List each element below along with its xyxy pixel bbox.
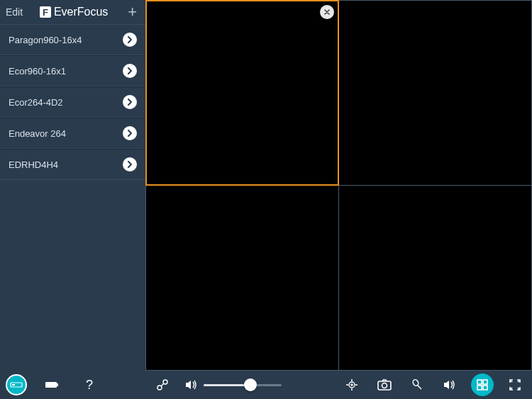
help-button[interactable]: ? — [78, 373, 101, 396]
battery-icon[interactable] — [41, 373, 64, 396]
volume-icon[interactable] — [184, 373, 199, 396]
svg-rect-22 — [483, 386, 487, 390]
svg-point-16 — [382, 383, 387, 388]
svg-rect-21 — [477, 386, 482, 390]
audio-output-icon[interactable] — [438, 373, 461, 396]
video-grid — [145, 0, 532, 371]
device-item-edrhd4h4[interactable]: EDRHD4H4 — [0, 149, 145, 180]
video-panel-4[interactable] — [339, 186, 531, 370]
chevron-right-icon[interactable] — [123, 33, 137, 47]
svg-line-7 — [161, 383, 164, 386]
brand-title: F EverFocus — [28, 6, 119, 18]
ptz-connect-icon[interactable] — [151, 373, 174, 396]
video-panel-2[interactable] — [339, 1, 531, 185]
fullscreen-icon[interactable] — [504, 373, 526, 396]
svg-rect-19 — [477, 380, 482, 384]
svg-rect-1 — [12, 384, 15, 386]
svg-rect-2 — [45, 382, 57, 388]
grid-layout-button[interactable] — [471, 373, 494, 396]
toolbar-right-group — [145, 371, 532, 399]
device-list: Paragon960-16x4 Ecor960-16x1 Ecor264-4D2… — [0, 24, 145, 180]
device-item-paragon960[interactable]: Paragon960-16x4 — [0, 24, 145, 55]
device-label: Ecor264-4D2 — [9, 97, 63, 108]
volume-slider[interactable] — [204, 384, 282, 386]
brand-name-label: EverFocus — [54, 6, 108, 18]
device-mode-button[interactable] — [6, 374, 27, 395]
device-sidebar: Edit F EverFocus + Paragon960-16x4 Ecor9… — [0, 0, 145, 371]
sidebar-header: Edit F EverFocus + — [0, 0, 145, 24]
toolbar-left-group: ? — [0, 371, 145, 399]
chevron-right-icon[interactable] — [123, 126, 137, 140]
device-label: Ecor960-16x1 — [9, 66, 66, 77]
svg-rect-3 — [57, 383, 58, 386]
device-item-endeavor264[interactable]: Endeavor 264 — [0, 118, 145, 149]
device-label: Endeavor 264 — [9, 128, 66, 139]
svg-line-18 — [417, 385, 421, 389]
microphone-icon[interactable] — [406, 373, 428, 396]
device-item-ecor264[interactable]: Ecor264-4D2 — [0, 86, 145, 118]
bottom-toolbar: ? — [0, 371, 532, 399]
chevron-right-icon[interactable] — [123, 157, 137, 172]
chevron-right-icon[interactable] — [123, 64, 137, 78]
svg-text:?: ? — [86, 378, 93, 392]
device-label: Paragon960-16x4 — [9, 35, 82, 45]
edit-button[interactable]: Edit — [6, 6, 23, 18]
volume-slider-group — [184, 373, 282, 396]
chevron-right-icon[interactable] — [123, 95, 137, 109]
svg-rect-20 — [483, 380, 487, 384]
volume-slider-thumb[interactable] — [244, 378, 257, 391]
snapshot-icon[interactable] — [373, 373, 396, 396]
device-label: EDRHD4H4 — [9, 159, 58, 170]
video-panel-1[interactable] — [146, 1, 338, 185]
close-icon[interactable] — [320, 5, 334, 19]
add-device-button[interactable]: + — [125, 4, 140, 20]
video-panel-3[interactable] — [146, 186, 338, 370]
brand-logo-icon: F — [40, 6, 51, 18]
device-item-ecor960[interactable]: Ecor960-16x1 — [0, 55, 145, 86]
zoom-icon[interactable] — [340, 373, 363, 396]
